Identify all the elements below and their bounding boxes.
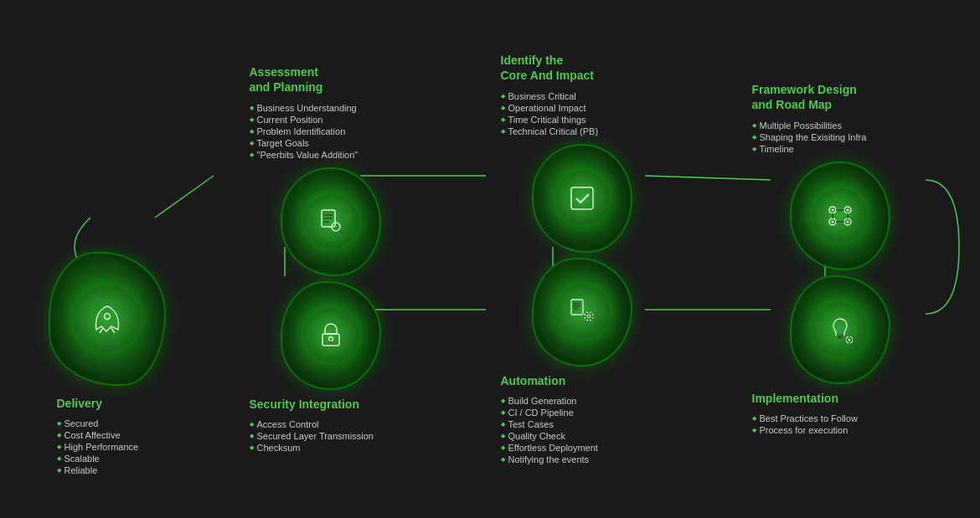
bullet-item: Target Goals [250, 137, 413, 149]
implementation-blob [790, 275, 890, 384]
automation-blob [532, 258, 632, 367]
svg-point-24 [587, 315, 591, 318]
svg-point-42 [846, 208, 848, 211]
framework-bullets: Multiple Possibilities Shaping the Exisi… [752, 120, 928, 155]
svg-line-14 [339, 230, 343, 233]
bullet-item: Technical Critical (PB) [501, 126, 664, 137]
svg-rect-19 [571, 300, 583, 315]
bullet-item: Business Understanding [250, 102, 413, 114]
workflow-icon [824, 200, 856, 232]
framework-top-section: Framework Design and Road Map Multiple P… [752, 82, 928, 154]
bullet-item: Scalable [57, 453, 157, 464]
svg-rect-15 [322, 334, 339, 346]
delivery-inner: Delivery Secured Cost Affective High Per… [49, 252, 166, 476]
implementation-title: Implementation [752, 391, 928, 406]
assessment-icon-circle [304, 194, 358, 249]
framework-title: Framework Design and Road Map [752, 82, 928, 112]
automation-bottom-section: Automation Build Generation CI / CD Pipe… [501, 373, 664, 465]
delivery-title: Delivery [57, 396, 157, 411]
bullet-item: Time Critical things [501, 114, 664, 126]
bullet-item: Secured [57, 418, 157, 429]
svg-line-29 [585, 313, 586, 314]
svg-line-32 [585, 318, 586, 319]
delivery-bullets: Secured Cost Affective High Performance … [57, 418, 157, 476]
automation-bullets: Build Generation CI / CD Pipeline Test C… [501, 395, 664, 465]
assessment-bullets: Business Understanding Current Position … [250, 102, 413, 161]
bullet-item: CI / CD Pipeline [501, 407, 664, 418]
diagram-container: Delivery Secured Cost Affective High Per… [0, 0, 980, 518]
gear-doc-icon [566, 296, 598, 328]
identify-bullets: Business Critical Operational Impact Tim… [501, 90, 664, 137]
security-icon-circle [304, 308, 358, 362]
bullet-item: Effortless Deployment [501, 442, 664, 454]
bullet-item: Timeline [752, 143, 928, 155]
implementation-icon-circle [812, 302, 867, 356]
security-bottom-section: Security Integration Access Control Secu… [250, 397, 413, 454]
rocket-icon [90, 301, 125, 336]
bullet-item: "Peerbits Value Addition" [250, 149, 413, 161]
identify-blob [532, 144, 632, 253]
bullet-item: Cost Affective [57, 429, 157, 441]
bullet-item: Business Critical [501, 90, 664, 102]
svg-point-41 [831, 208, 833, 211]
assessment-blob [281, 167, 381, 276]
bullet-item: Best Practices to Follow [752, 413, 928, 424]
security-bullets: Access Control Secured Layer Transmissio… [250, 418, 413, 454]
automation-title: Automation [501, 373, 664, 388]
bullet-item: Reliable [57, 464, 157, 476]
column-framework: Framework Design and Road Map Multiple P… [752, 82, 928, 436]
bullet-item: Multiple Possibilities [752, 120, 928, 131]
bullet-item: Access Control [250, 418, 413, 430]
bullet-item: High Performance [57, 441, 157, 453]
bullet-item: Notifying the events [501, 454, 664, 465]
svg-line-0 [155, 176, 214, 218]
svg-point-49 [848, 338, 850, 341]
bullet-item: Current Position [250, 114, 413, 126]
implementation-bullets: Best Practices to Follow Process for exe… [752, 413, 928, 436]
search-doc-icon [316, 207, 346, 237]
bullet-item: Problem Identification [250, 126, 413, 137]
checkbox-icon [567, 183, 597, 213]
svg-point-44 [846, 220, 848, 223]
svg-rect-18 [571, 187, 593, 209]
framework-blob [790, 162, 890, 270]
column-identify: Identify the Core And Impact Business Cr… [501, 53, 664, 465]
bullet-item: Test Cases [501, 418, 664, 430]
bullet-item: Process for execution [752, 424, 928, 436]
assessment-top-section: Assessment and Planning Business Underst… [250, 64, 413, 160]
security-blob [281, 281, 381, 390]
bullet-item: Checksum [250, 442, 413, 454]
svg-line-30 [591, 318, 592, 319]
bullet-item: Quality Check [501, 430, 664, 442]
bullet-item: Shaping the Exisiting Infra [752, 131, 928, 143]
delivery-blob [49, 252, 166, 386]
automation-icon-circle [555, 285, 610, 339]
column-assessment: Assessment and Planning Business Underst… [250, 64, 413, 454]
delivery-icon-circle [74, 285, 141, 352]
identify-icon-circle [555, 171, 610, 225]
implementation-bottom-section: Implementation Best Practices to Follow … [752, 391, 928, 436]
bullet-item: Secured Layer Transmission [250, 430, 413, 442]
bullet-item: Build Generation [501, 395, 664, 407]
assessment-title: Assessment and Planning [250, 64, 413, 95]
framework-icon-circle [812, 188, 867, 243]
lock-icon [316, 321, 346, 351]
lightbulb-gear-icon [824, 314, 856, 346]
identify-top-section: Identify the Core And Impact Business Cr… [501, 53, 664, 136]
svg-line-31 [591, 313, 592, 314]
svg-point-8 [104, 313, 110, 319]
column-delivery: Delivery Secured Cost Affective High Per… [53, 252, 162, 501]
svg-point-16 [329, 336, 333, 341]
security-title: Security Integration [250, 397, 413, 412]
delivery-labels: Delivery Secured Cost Affective High Per… [57, 396, 157, 476]
identify-title: Identify the Core And Impact [501, 53, 664, 83]
svg-point-43 [831, 220, 833, 223]
bullet-item: Operational Impact [501, 102, 664, 114]
